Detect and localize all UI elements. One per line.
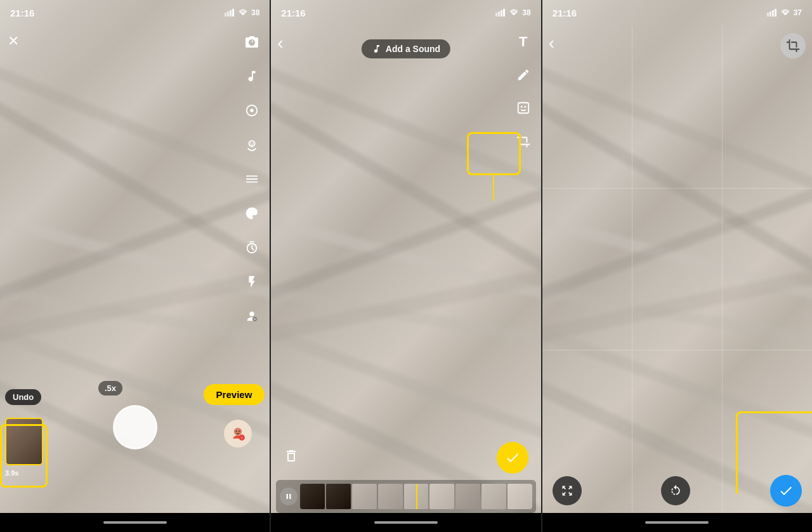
expand-button[interactable]	[553, 476, 582, 505]
confirm-button-3[interactable]	[770, 475, 802, 507]
preview-button[interactable]: Preview	[204, 384, 265, 405]
status-time-1: 21:16	[10, 8, 34, 18]
svg-point-5	[251, 109, 254, 112]
svg-rect-0	[225, 13, 226, 17]
wifi-icon-1	[238, 9, 248, 17]
status-time-2: 21:16	[281, 8, 305, 18]
crop-bottom-actions	[542, 475, 812, 507]
status-icons-2: 38	[495, 8, 530, 17]
home-indicator-1	[103, 521, 167, 524]
rotate-icon	[669, 484, 682, 497]
face-lens-icon	[245, 138, 259, 152]
status-bar-2: 21:16 38	[271, 0, 540, 25]
crop-button-panel2[interactable]	[512, 130, 535, 152]
trash-icon	[284, 448, 299, 463]
svg-rect-11	[246, 182, 258, 183]
svg-rect-22	[501, 10, 502, 17]
confirm-button-2[interactable]	[497, 442, 528, 474]
svg-rect-21	[498, 11, 500, 17]
frame-2	[326, 484, 351, 509]
delete-button[interactable]	[284, 448, 299, 467]
wifi-icon-3	[780, 9, 790, 17]
music-button[interactable]	[240, 65, 263, 88]
bitmoji-camera-icon	[245, 309, 259, 323]
text-button[interactable]: T	[512, 30, 535, 53]
gallery-button[interactable]	[240, 99, 263, 122]
palette-button[interactable]	[240, 202, 263, 225]
video-thumbnail[interactable]: 3.9s	[5, 418, 43, 465]
panel-1-camera: 21:16 38 ✕	[0, 0, 270, 532]
palette-icon	[245, 206, 259, 220]
checkmark-icon-2	[505, 450, 520, 465]
status-icons-1: 38	[225, 8, 259, 17]
timeline-strip[interactable]	[276, 480, 535, 513]
bitmoji-icon: !	[229, 425, 247, 442]
svg-point-17	[239, 430, 240, 432]
signal-icon-3	[767, 9, 777, 17]
wifi-icon-2	[509, 9, 519, 17]
crop-top-icon	[786, 39, 800, 53]
scissors-button[interactable]	[240, 168, 263, 190]
close-button[interactable]: ✕	[8, 33, 19, 50]
capture-button[interactable]	[113, 405, 157, 449]
svg-text:!: !	[242, 436, 243, 440]
undo-button[interactable]: Undo	[5, 389, 41, 405]
svg-rect-9	[246, 178, 258, 180]
panel2-action-row	[271, 442, 540, 474]
zoom-badge[interactable]: .5x	[98, 381, 122, 396]
crop-icon-top-right[interactable]	[780, 33, 806, 58]
signal-icon-1	[225, 9, 235, 17]
frame-3	[352, 484, 377, 509]
home-bar-3	[542, 513, 812, 532]
crop-background	[542, 0, 812, 532]
svg-rect-10	[246, 176, 258, 177]
svg-rect-23	[503, 9, 505, 17]
lightning-button[interactable]	[240, 270, 263, 293]
status-icons-3: 37	[767, 8, 802, 17]
add-sound-label: Add a Sound	[386, 44, 440, 54]
back-button-3[interactable]: ‹	[549, 33, 554, 53]
sticker-button[interactable]	[512, 96, 535, 119]
timer-button[interactable]	[240, 236, 263, 259]
svg-rect-24	[518, 103, 528, 114]
camera-flip-button[interactable]	[240, 30, 263, 53]
duration-label: 3.9s	[5, 469, 18, 477]
music-note-icon	[372, 44, 382, 54]
timeline-cursor[interactable]	[416, 484, 417, 509]
frame-1	[300, 484, 325, 509]
home-indicator-2	[374, 521, 438, 524]
back-button-2[interactable]: ‹	[277, 33, 283, 53]
svg-rect-27	[767, 13, 769, 17]
pause-button[interactable]	[280, 488, 298, 505]
signal-icon-2	[495, 9, 506, 17]
battery-3: 37	[794, 8, 802, 17]
camera-flip-icon	[244, 34, 259, 50]
add-sound-button[interactable]: Add a Sound	[362, 39, 450, 58]
status-time-3: 21:16	[553, 8, 577, 18]
draw-button[interactable]	[512, 63, 535, 86]
status-bar-1: 21:16 38	[0, 0, 270, 25]
bitmoji-camera-button[interactable]	[240, 305, 263, 328]
expand-icon	[561, 484, 573, 497]
bitmoji-button[interactable]: !	[224, 420, 252, 448]
svg-point-7	[251, 142, 252, 143]
sticker-icon	[516, 101, 530, 115]
svg-rect-2	[230, 10, 232, 17]
lightning-icon	[245, 275, 259, 289]
panel-2-edit: 21:16 38 ‹ Add a Sound T	[271, 0, 540, 532]
draw-icon	[516, 68, 530, 82]
svg-point-16	[236, 430, 237, 432]
status-bar-3: 21:16 37	[542, 0, 812, 25]
crop-icon-panel2	[516, 134, 530, 148]
battery-1: 38	[251, 8, 259, 17]
edit-right-toolbar: T	[512, 30, 535, 152]
thumbnail-bg	[6, 419, 42, 464]
face-lens-button[interactable]	[240, 133, 263, 156]
home-indicator-3	[645, 521, 709, 524]
svg-rect-3	[232, 9, 234, 17]
frame-9	[508, 484, 532, 509]
panel-3-crop: 21:16 37 ‹	[542, 0, 812, 532]
rotate-button[interactable]	[661, 476, 690, 505]
home-bar-2	[271, 513, 540, 532]
music-icon	[245, 69, 259, 83]
